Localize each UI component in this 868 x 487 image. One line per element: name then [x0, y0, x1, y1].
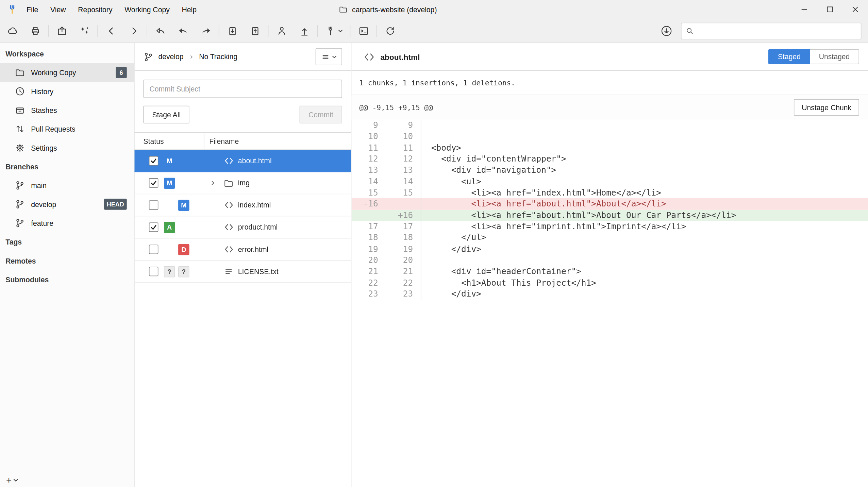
commit-subject-input[interactable] — [144, 80, 342, 98]
sidebar-section-workspace[interactable]: Workspace — [0, 44, 134, 63]
open-repository-button[interactable] — [50, 21, 73, 40]
menu-help[interactable]: Help — [176, 0, 203, 19]
stage-checkbox[interactable] — [149, 267, 158, 276]
tab-staged[interactable]: Staged — [768, 49, 810, 64]
chevron-down-icon — [13, 478, 18, 483]
diff-code-text: <body> — [421, 142, 868, 153]
diff-code-view: 9910101111<body>1212 <div id="contentWra… — [351, 120, 868, 487]
stage-checkbox[interactable] — [149, 200, 158, 210]
file-row-img[interactable]: Mimg — [134, 172, 351, 194]
add-repository-button[interactable]: + — [6, 475, 18, 485]
staged-status-badge: ? — [164, 266, 175, 277]
expand-chevron-icon[interactable] — [209, 179, 223, 186]
undo-button[interactable] — [149, 21, 172, 40]
download-updates-button[interactable] — [661, 24, 673, 37]
sidebar-section-submodules[interactable]: Submodules — [0, 270, 134, 289]
new-line-number: 23 — [378, 288, 413, 300]
file-row-about-html[interactable]: Mabout.html — [134, 150, 351, 172]
text-file-icon — [224, 267, 234, 276]
menu-repository[interactable]: Repository — [72, 0, 118, 19]
cleanup-button[interactable] — [73, 21, 96, 40]
sidebar-item-working-copy[interactable]: Working Copy6 — [0, 63, 134, 82]
file-name-cell: product.html — [209, 222, 278, 233]
diff-code-text: </div> — [421, 244, 868, 255]
refresh-button[interactable] — [379, 21, 401, 40]
file-name: product.html — [238, 223, 278, 231]
sidebar-section-branches[interactable]: Branches — [0, 157, 134, 176]
close-button[interactable] — [842, 0, 868, 19]
diff-line: +16 <li><a href="about.html">About Our C… — [351, 209, 868, 221]
merge-button[interactable] — [172, 21, 195, 40]
stage-all-button[interactable]: Stage All — [144, 106, 190, 123]
menu-working-copy[interactable]: Working Copy — [118, 0, 176, 19]
box-icon — [15, 105, 25, 115]
old-line-number: -16 — [351, 198, 378, 209]
diff-code-text: <div id="contentWrapper"> — [421, 153, 868, 165]
maximize-button[interactable] — [817, 0, 842, 19]
diff-line: -16 <li><a href="about.html">About</a></… — [351, 198, 868, 209]
sidebar-item-label: History — [31, 87, 53, 95]
code-file-icon — [224, 244, 234, 255]
minimize-button[interactable] — [791, 0, 817, 19]
curved-arrow-left-icon — [178, 25, 189, 36]
forward-button[interactable] — [122, 21, 145, 40]
stage-checkbox[interactable] — [149, 178, 158, 188]
search-input[interactable] — [698, 26, 857, 35]
new-line-number: 19 — [378, 244, 413, 255]
file-row-product-html[interactable]: Aproduct.html — [134, 216, 351, 238]
fetch-button[interactable] — [1, 21, 24, 40]
new-line-number: 9 — [378, 120, 413, 131]
diff-code-text: <h1>About This Project</h1> — [421, 277, 868, 288]
stage-checkbox[interactable] — [149, 156, 158, 166]
file-name: img — [238, 179, 250, 187]
count-badge: 6 — [116, 67, 127, 78]
commit-button[interactable]: Commit — [300, 106, 342, 123]
file-row-index-html[interactable]: Mindex.html — [134, 194, 351, 216]
sidebar-item-history[interactable]: History — [0, 82, 134, 101]
unstaged-status-badge: D — [178, 244, 189, 255]
toolbar-separator — [147, 24, 147, 37]
sidebar-section-tags[interactable]: Tags — [0, 233, 134, 251]
staged-status-badge: M — [164, 178, 175, 189]
plus-icon: + — [6, 475, 12, 485]
sidebar-item-stashes[interactable]: Stashes — [0, 101, 134, 119]
old-line-number: 13 — [351, 165, 378, 176]
code-file-icon — [224, 200, 234, 211]
stage-checkbox[interactable] — [149, 245, 158, 254]
diff-code-text — [421, 255, 868, 266]
stash-button[interactable] — [221, 21, 244, 40]
sidebar-item-label: Settings — [31, 144, 57, 152]
print-button[interactable] — [24, 21, 47, 40]
menu-file[interactable]: File — [20, 0, 44, 19]
sidebar-item-settings[interactable]: Settings — [0, 138, 134, 157]
branch-menu-button[interactable] — [316, 48, 342, 65]
toolbar-separator — [350, 24, 351, 37]
push-button[interactable] — [293, 21, 316, 40]
stage-checkbox[interactable] — [149, 222, 158, 232]
unstage-chunk-button[interactable]: Unstage Chunk — [794, 99, 859, 116]
sidebar-branch-develop[interactable]: developHEAD — [0, 195, 134, 214]
sidebar-section-remotes[interactable]: Remotes — [0, 251, 134, 270]
rebase-button[interactable] — [194, 21, 217, 40]
checkout-button[interactable] — [270, 21, 293, 40]
diff-panel: about.html Staged Unstaged 1 chunks, 1 i… — [351, 43, 868, 487]
diff-line: 2323 </div> — [351, 288, 868, 300]
sidebar-item-label: Stashes — [31, 106, 57, 114]
open-terminal-button[interactable] — [352, 21, 375, 40]
app-window: FileViewRepositoryWorking CopyHelp carpa… — [0, 0, 868, 487]
toolbar-separator — [317, 24, 318, 37]
sidebar-branch-feature[interactable]: feature — [0, 214, 134, 232]
window-controls — [791, 0, 868, 19]
fork-menu-button[interactable] — [319, 21, 348, 40]
file-row-error-html[interactable]: Derror.html — [134, 238, 351, 261]
menu-view[interactable]: View — [44, 0, 72, 19]
back-button[interactable] — [100, 21, 122, 40]
pop-stash-button[interactable] — [244, 21, 266, 40]
toolbar-separator — [268, 24, 269, 37]
search-box[interactable] — [681, 22, 862, 39]
file-row-license-txt[interactable]: ??LICENSE.txt — [134, 261, 351, 283]
diff-code-text: <li><a href="imprint.html">Imprint</a></… — [421, 221, 868, 232]
sidebar-branch-main[interactable]: main — [0, 176, 134, 195]
sidebar-item-pull-requests[interactable]: Pull Requests — [0, 120, 134, 138]
tab-unstaged[interactable]: Unstaged — [810, 49, 859, 64]
